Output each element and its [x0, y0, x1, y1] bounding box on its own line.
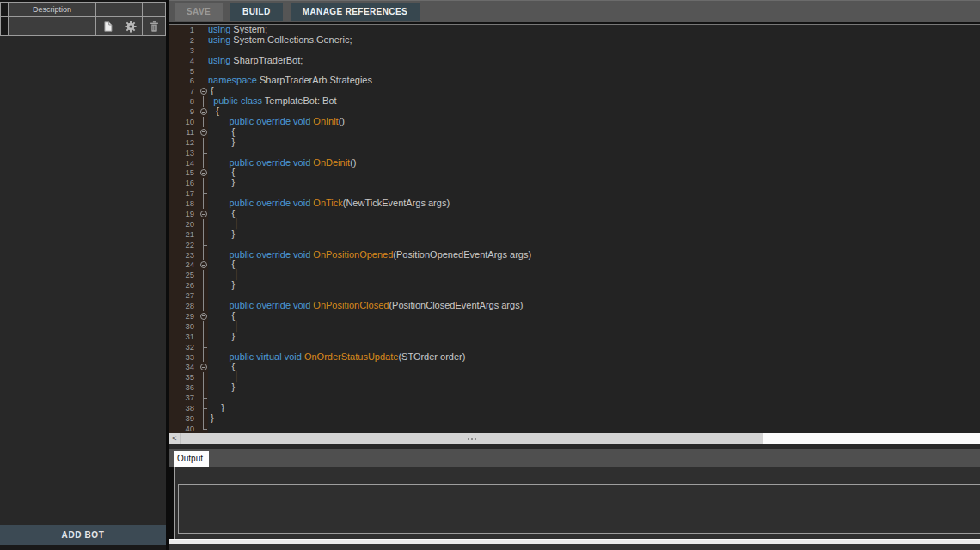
code-line[interactable]: 40: [169, 424, 980, 433]
line-number: 9: [169, 107, 199, 117]
fold-collapse-icon[interactable]: [199, 168, 208, 178]
fold-margin: [199, 117, 208, 127]
code-line[interactable]: 19 {: [169, 209, 980, 219]
manage-references-button[interactable]: MANAGE REFERENCES: [291, 3, 420, 21]
code-text: public override void OnDeinit(): [208, 158, 980, 168]
code-text: │: [208, 321, 980, 332]
line-number: 22: [169, 240, 199, 250]
code-line[interactable]: 23 public override void OnPositionOpened…: [169, 250, 980, 260]
code-editor[interactable]: 1using System;2using System.Collections.…: [169, 24, 980, 433]
fold-margin: [199, 250, 208, 260]
code-line[interactable]: 11 {: [169, 127, 980, 138]
scrollbar-track[interactable]: [763, 433, 980, 444]
new-document-icon: [102, 21, 113, 33]
line-number: 39: [169, 413, 199, 424]
scroll-left-button[interactable]: <: [169, 433, 181, 444]
code-line[interactable]: 31 }: [169, 332, 980, 342]
code-line[interactable]: 4using SharpTraderBot;: [169, 56, 980, 66]
code-line[interactable]: 28 public override void OnPositionClosed…: [169, 301, 980, 311]
bots-table-toolbar-row: [1, 17, 165, 35]
code-line[interactable]: 12 }: [169, 138, 980, 148]
code-text: │: [208, 270, 980, 280]
code-line[interactable]: 21 }: [169, 229, 980, 240]
output-textbox[interactable]: [178, 484, 980, 534]
code-line[interactable]: 37: [169, 393, 980, 403]
line-number: 35: [169, 372, 199, 382]
code-line[interactable]: 36 }: [169, 382, 980, 393]
code-line[interactable]: 33 public virtual void OnOrderStatusUpda…: [169, 352, 980, 363]
tab-output[interactable]: Output: [174, 451, 209, 467]
code-line[interactable]: 25 │: [169, 270, 980, 280]
code-line[interactable]: 26 }: [169, 280, 980, 290]
header-spacer-cell: [119, 3, 142, 16]
code-line[interactable]: 6namespace SharpTraderArb.Strategies: [169, 76, 980, 86]
code-line[interactable]: 29 {: [169, 311, 980, 321]
line-number: 4: [169, 56, 199, 66]
code-text: }: [208, 332, 980, 342]
code-line[interactable]: 14 public override void OnDeinit(): [169, 158, 980, 168]
code-line[interactable]: 38 }: [169, 403, 980, 413]
output-panel: [174, 467, 980, 539]
fold-collapse-icon[interactable]: [199, 260, 208, 270]
code-text: public override void OnPositionOpened(Po…: [208, 250, 980, 260]
bots-table-header-row: Description: [1, 3, 165, 16]
code-line[interactable]: 35 │: [169, 372, 980, 382]
code-text: {: [208, 168, 980, 178]
save-button[interactable]: SAVE: [175, 3, 223, 21]
scrollbar-thumb[interactable]: [181, 433, 763, 444]
add-bot-button[interactable]: ADD BOT: [0, 525, 166, 545]
code-line[interactable]: 16 }: [169, 178, 980, 188]
fold-margin: [199, 178, 208, 188]
description-column-header[interactable]: Description: [9, 3, 95, 16]
code-text: [208, 46, 980, 56]
line-number: 12: [169, 138, 199, 148]
line-number: 28: [169, 301, 199, 311]
delete-bot-button[interactable]: [143, 17, 165, 35]
fold-margin: [199, 240, 208, 250]
line-number: 33: [169, 352, 199, 363]
fold-margin: [199, 372, 208, 382]
line-number: 15: [169, 168, 199, 178]
fold-collapse-icon[interactable]: [199, 86, 208, 96]
line-number: 6: [169, 76, 199, 86]
fold-margin: [199, 46, 208, 56]
fold-margin: [199, 25, 208, 35]
fold-margin: [199, 96, 208, 107]
fold-margin: [199, 321, 208, 332]
code-line[interactable]: 8 public class TemplateBot: Bot: [169, 96, 980, 107]
fold-margin: [199, 229, 208, 240]
line-number: 31: [169, 332, 199, 342]
line-number: 40: [169, 424, 199, 433]
code-line[interactable]: 34 {: [169, 362, 980, 372]
line-number: 30: [169, 321, 199, 332]
new-bot-button[interactable]: [96, 17, 119, 35]
code-text: │: [208, 372, 980, 382]
fold-collapse-icon[interactable]: [199, 362, 208, 372]
line-number: 24: [169, 260, 199, 270]
fold-collapse-icon[interactable]: [199, 209, 208, 219]
fold-margin: [199, 148, 208, 158]
fold-collapse-icon[interactable]: [199, 127, 208, 138]
settings-button[interactable]: [119, 17, 142, 35]
scrollbar-grip-icon: [468, 438, 469, 440]
code-line[interactable]: 30 │: [169, 321, 980, 332]
code-line[interactable]: 2using System.Collections.Generic;: [169, 35, 980, 46]
fold-margin: [199, 342, 208, 352]
code-line[interactable]: 10 public override void OnInit(): [169, 117, 980, 127]
line-number: 5: [169, 66, 199, 76]
line-number: 17: [169, 188, 199, 199]
line-number: 26: [169, 280, 199, 290]
sidebar-bottom-edge: [0, 545, 166, 550]
fold-collapse-icon[interactable]: [199, 107, 208, 117]
code-text: public override void OnTick(NewTickEvent…: [208, 199, 980, 209]
bots-sidebar: Description: [0, 0, 166, 550]
code-line[interactable]: 15 {: [169, 168, 980, 178]
code-text: {: [208, 260, 980, 270]
code-line[interactable]: 20 │: [169, 219, 980, 229]
code-text: {: [208, 209, 980, 219]
code-line[interactable]: 24 {: [169, 260, 980, 270]
code-line[interactable]: 39 }: [169, 413, 980, 424]
build-button[interactable]: BUILD: [230, 3, 283, 21]
code-line[interactable]: 18 public override void OnTick(NewTickEv…: [169, 199, 980, 209]
fold-collapse-icon[interactable]: [199, 311, 208, 321]
